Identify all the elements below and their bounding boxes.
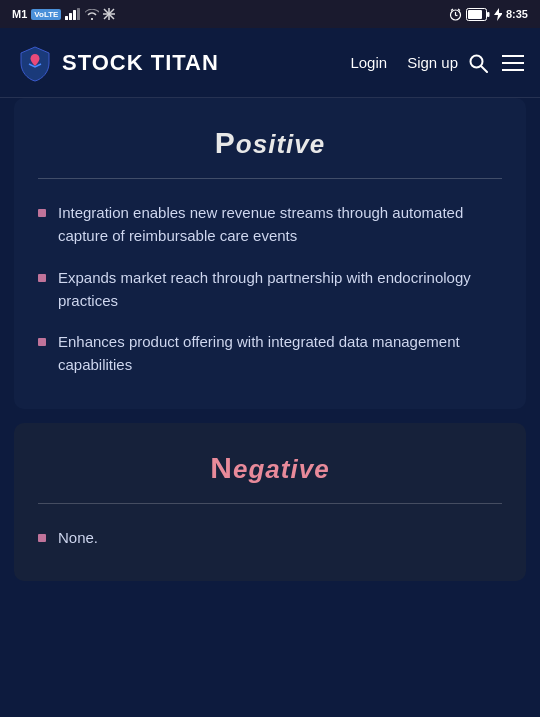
hamburger-icon [502, 55, 524, 71]
list-item: Integration enables new revenue streams … [38, 201, 502, 248]
negative-card: Negative None. [14, 423, 526, 581]
status-left: M1 VoLTE [12, 8, 115, 20]
charging-icon [494, 8, 502, 21]
list-item: Enhances product offering with integrate… [38, 330, 502, 377]
svg-rect-1 [69, 13, 72, 20]
menu-button[interactable] [502, 55, 524, 71]
search-icon [468, 53, 488, 73]
nav-icons [468, 53, 524, 73]
login-link[interactable]: Login [350, 54, 387, 71]
navbar: STOCK TITAN Login Sign up [0, 28, 540, 98]
negative-list: None. [38, 526, 502, 549]
carrier-label: M1 [12, 8, 27, 20]
svg-rect-3 [77, 8, 80, 20]
alarm-icon [449, 8, 462, 21]
nav-links: Login Sign up [350, 54, 458, 71]
battery-icon [466, 8, 490, 21]
svg-rect-0 [65, 16, 68, 20]
positive-title: Positive [38, 126, 502, 160]
extra-icon [103, 8, 115, 20]
status-bar: M1 VoLTE [0, 0, 540, 28]
logo-icon [16, 44, 54, 82]
volte-badge: VoLTE [31, 9, 61, 20]
positive-card: Positive Integration enables new revenue… [14, 98, 526, 409]
status-right: 8:35 [449, 8, 528, 21]
positive-divider [38, 178, 502, 179]
logo-text: STOCK TITAN [62, 52, 219, 74]
wifi-icon [85, 9, 99, 20]
logo-area: STOCK TITAN [16, 44, 350, 82]
negative-title: Negative [38, 451, 502, 485]
search-button[interactable] [468, 53, 488, 73]
list-item: None. [38, 526, 502, 549]
svg-line-17 [481, 66, 487, 72]
list-item: Expands market reach through partnership… [38, 266, 502, 313]
svg-rect-2 [73, 10, 76, 20]
svg-rect-14 [468, 10, 482, 19]
svg-rect-15 [487, 12, 490, 17]
time-label: 8:35 [506, 8, 528, 20]
positive-list: Integration enables new revenue streams … [38, 201, 502, 377]
signup-link[interactable]: Sign up [407, 54, 458, 71]
negative-divider [38, 503, 502, 504]
main-content: Positive Integration enables new revenue… [0, 98, 540, 601]
signal-icon [65, 8, 81, 20]
